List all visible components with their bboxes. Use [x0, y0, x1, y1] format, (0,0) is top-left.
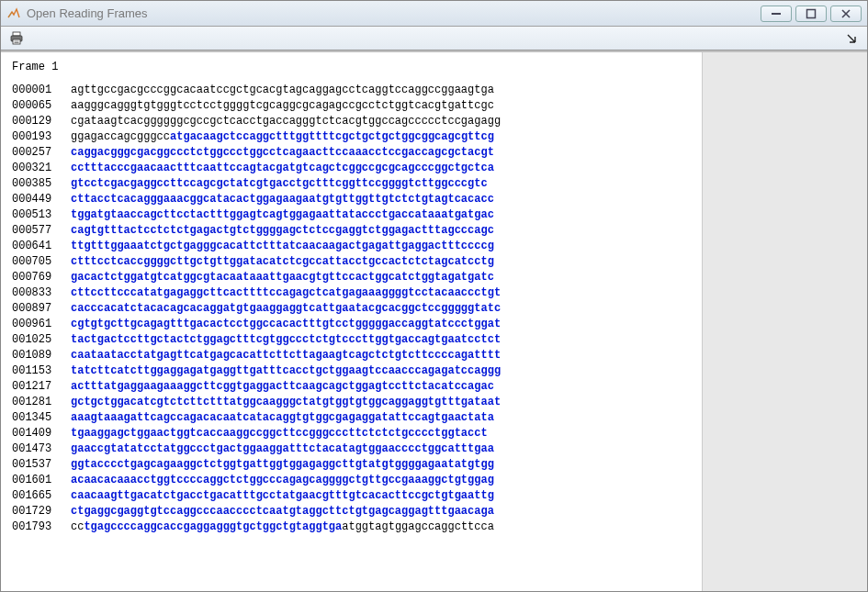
position-label: 000001 — [12, 83, 71, 98]
toolbar — [1, 27, 867, 50]
sequence-text: actttatgaggaagaaaggcttcggtgaggacttcaagca… — [71, 380, 494, 393]
sequence-text: cttccttcccatatgagaggcttcacttttccagagctca… — [71, 286, 501, 299]
position-label: 001025 — [12, 332, 71, 348]
orf-segment: cttacctcacagggaaacggcatacactggagaagaatgt… — [71, 193, 494, 206]
orf-segment: gacactctggatgtcatggcgtacaataaattgaacgtgt… — [71, 271, 494, 284]
position-label: 000513 — [12, 207, 71, 223]
window-controls — [761, 6, 862, 22]
sequence-text: aagggcagggtgtgggtcctcctggggtcgcaggcgcaga… — [71, 99, 494, 112]
position-label: 000705 — [12, 254, 71, 270]
orf-segment: tggatgtaaccagcttcctactttggagtcagtggagaat… — [71, 208, 494, 221]
sequence-row: 001665caacaagttgacatctgacctgacatttgcctat… — [12, 488, 691, 504]
sequence-row: 001089caataatacctatgagttcatgagcacattcttc… — [12, 348, 691, 363]
orf-segment: gctgctggacatcgtctcttctttatggcaagggctatgt… — [71, 396, 501, 408]
sequence-row: 000257caggacgggcgacggccctctggccctggcctca… — [12, 145, 691, 161]
position-label: 001729 — [12, 504, 71, 519]
plain-segment: aagggcagggtgtgggtcctcctggggtcgcaggcgcaga… — [71, 99, 494, 112]
sequence-row: 000129cgataagtcacggggggcgccgctcacctgacca… — [12, 114, 691, 129]
svg-rect-1 — [807, 9, 816, 17]
orf-segment: caacaagttgacatctgacctgacatttgcctatgaacgt… — [71, 489, 494, 502]
close-button[interactable] — [830, 6, 862, 22]
matlab-icon — [6, 6, 21, 21]
position-label: 001281 — [12, 395, 71, 410]
position-label: 000257 — [12, 145, 71, 161]
orf-segment: gtcctcgacgaggccttccagcgctatcgtgacctgcttt… — [71, 177, 488, 190]
sequence-row: 000065aagggcagggtgtgggtcctcctggggtcgcagg… — [12, 98, 691, 114]
sequence-text: caataatacctatgagttcatgagcacattcttcttagaa… — [71, 349, 501, 362]
sequence-text: tatcttcatcttggaggagatgaggttgatttcacctgct… — [71, 364, 501, 377]
sequence-row: 001473gaaccgtatatcctatggccctgactggaaggat… — [12, 441, 691, 457]
sequence-text: tggatgtaaccagcttcctactttggagtcagtggagaat… — [71, 208, 494, 221]
plain-segment: ggagaccagcgggcc — [71, 130, 170, 143]
minimize-button[interactable] — [761, 6, 792, 22]
sequence-row: 001537ggtacccctgagcagaaggctctggtgattggtg… — [12, 457, 691, 473]
orf-segment: ctttcctcaccggggcttgctgttggatacatctcgccat… — [71, 255, 494, 268]
sequence-row: 000705ctttcctcaccggggcttgctgttggatacatct… — [12, 254, 691, 270]
sequence-text: cgataagtcacggggggcgccgctcacctgaccagggtct… — [71, 115, 501, 128]
position-label: 000897 — [12, 301, 71, 317]
maximize-icon — [806, 8, 817, 19]
position-label: 001665 — [12, 488, 71, 504]
position-label: 001601 — [12, 473, 71, 488]
app-window: Open Reading Frames — [0, 0, 868, 592]
orf-segment: actttatgaggaagaaaggcttcggtgaggacttcaagca… — [71, 380, 494, 393]
plain-segment: atggtagtggagccaggcttcca — [342, 520, 494, 533]
sequence-row: 001025tactgactccttgctactctggagctttcgtggc… — [12, 332, 691, 348]
position-label: 000769 — [12, 270, 71, 285]
sequence-text: caggacgggcgacggccctctggccctggcctcagaactt… — [71, 146, 494, 159]
dock-menu-button[interactable] — [841, 28, 862, 49]
position-label: 000129 — [12, 114, 71, 129]
close-icon — [840, 8, 851, 19]
orf-segment: acaacacaaacctggtccccaggctctggcccagagcagg… — [71, 474, 494, 486]
sequence-text: agttgccgacgcccggcacaatccgctgcacgtagcagga… — [71, 84, 494, 96]
print-button[interactable] — [6, 28, 27, 49]
sequence-text: cctgagccccaggcaccgaggagggtgctggctgtaggtg… — [71, 520, 494, 533]
sequence-text: gaaccgtatatcctatggccctgactggaaggatttctac… — [71, 442, 494, 455]
plain-segment: cc — [71, 520, 84, 533]
plain-segment: cgataagtcacggggggcgccgctcacctgaccagggtct… — [71, 115, 501, 128]
orf-segment: caggacgggcgacggccctctggccctggcctcagaactt… — [71, 146, 494, 159]
sequence-text: ggagaccagcgggccatgacaagctccaggctttggtttt… — [71, 130, 494, 143]
position-label: 000577 — [12, 223, 71, 239]
orf-segment: tgagccccaggcaccgaggagggtgctggctgtaggtga — [84, 520, 342, 533]
sequence-text: tgaaggagctggaactggtcaccaaggccggcttccgggc… — [71, 427, 488, 440]
sequence-row: 000897cacccacatctacacagcacaggatgtgaaggag… — [12, 301, 691, 317]
sequence-row: 000961cgtgtgcttgcagagtttgacactcctggccaca… — [12, 317, 691, 332]
content-area: Frame 1000001agttgccgacgcccggcacaatccgct… — [1, 50, 867, 591]
orf-segment: cgtgtgcttgcagagtttgacactcctggccacactttgt… — [71, 318, 501, 330]
orf-segment: cacccacatctacacagcacaggatgtgaaggaggtcatt… — [71, 302, 501, 315]
position-label: 000449 — [12, 192, 71, 207]
sequence-row: 001217actttatgaggaagaaaggcttcggtgaggactt… — [12, 379, 691, 395]
sequence-row: 000833cttccttcccatatgagaggcttcacttttccag… — [12, 285, 691, 301]
sequence-text: cgtgtgcttgcagagtttgacactcctggccacactttgt… — [71, 318, 501, 330]
right-gutter — [702, 52, 867, 591]
sequence-row: 000385gtcctcgacgaggccttccagcgctatcgtgacc… — [12, 176, 691, 192]
sequence-row: 001601acaacacaaacctggtccccaggctctggcccag… — [12, 473, 691, 488]
orf-segment: ctgaggcgaggtgtccaggcccaacccctcaatgtaggct… — [71, 505, 494, 518]
maximize-button[interactable] — [795, 6, 827, 22]
orf-segment: gaaccgtatatcctatggccctgactggaaggatttctac… — [71, 442, 494, 455]
sequence-row: 001793cctgagccccaggcaccgaggagggtgctggctg… — [12, 519, 691, 535]
sequence-row: 000769gacactctggatgtcatggcgtacaataaattga… — [12, 270, 691, 285]
sequence-text: ttgtttggaaatctgctgagggcacattctttatcaacaa… — [71, 240, 494, 252]
sequence-text: acaacacaaacctggtccccaggctctggcccagagcagg… — [71, 474, 494, 486]
sequence-text: tactgactccttgctactctggagctttcgtggccctctg… — [71, 333, 501, 346]
position-label: 001345 — [12, 410, 71, 426]
sequence-viewer[interactable]: Frame 1000001agttgccgacgcccggcacaatccgct… — [1, 52, 702, 591]
sequence-row: 001729ctgaggcgaggtgtccaggcccaacccctcaatg… — [12, 504, 691, 519]
position-label: 000833 — [12, 285, 71, 301]
position-label: 000385 — [12, 176, 71, 192]
sequence-row: 000513tggatgtaaccagcttcctactttggagtcagtg… — [12, 207, 691, 223]
position-label: 000641 — [12, 239, 71, 254]
frame-header: Frame 1 — [12, 60, 691, 75]
titlebar: Open Reading Frames — [1, 1, 867, 27]
sequence-row: 000577cagtgtttactcctctctgagactgtctggggag… — [12, 223, 691, 239]
orf-segment: atgacaagctccaggctttggttttcgctgctgctggcgg… — [170, 130, 494, 143]
sequence-row: 000641ttgtttggaaatctgctgagggcacattctttat… — [12, 239, 691, 254]
sequence-text: caacaagttgacatctgacctgacatttgcctatgaacgt… — [71, 489, 494, 502]
position-label: 000193 — [12, 129, 71, 145]
svg-rect-4 — [13, 32, 20, 36]
sequence-text: gctgctggacatcgtctcttctttatggcaagggctatgt… — [71, 396, 501, 408]
sequence-text: cacccacatctacacagcacaggatgtgaaggaggtcatt… — [71, 302, 501, 315]
sequence-text: gacactctggatgtcatggcgtacaataaattgaacgtgt… — [71, 271, 494, 284]
